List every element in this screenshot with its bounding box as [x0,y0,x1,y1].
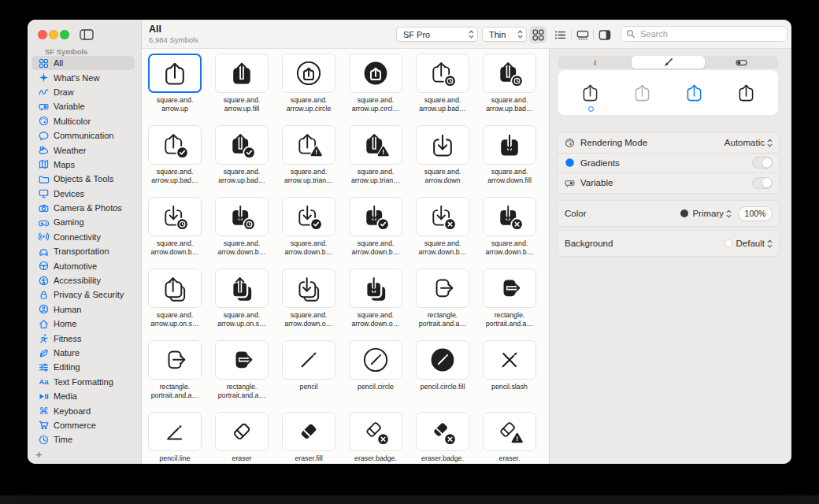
sidebar-item-what-s-new[interactable]: What's New [32,70,135,84]
variable-toggle[interactable] [752,177,773,189]
symbol-item: square.and.arrow.up.bad… [148,125,202,197]
sidebar-item-editing[interactable]: Editing [32,360,135,374]
sidebar-item-multicolor[interactable]: Multicolor [32,114,135,128]
symbol-cell-pencil-line[interactable] [148,412,202,451]
minimize-button[interactable] [49,30,58,39]
sidebar-item-keyboard[interactable]: ⌘Keyboard [32,403,135,417]
sidebar-item-nature[interactable]: Nature [32,346,135,360]
sidebar-toggle-icon[interactable] [80,29,94,40]
bubble-icon [37,131,50,141]
symbol-cell-sq-down-badge-x-fill[interactable] [483,197,536,236]
symbol-cell-sq-up-on-sq-fill[interactable] [215,269,269,308]
grid-view-button[interactable] [529,26,547,43]
sidebar-item-transportation[interactable]: Transportation [32,244,135,258]
symbol-cell-sq-up-badge-check-fill[interactable] [215,125,269,165]
sidebar-item-label: Variable [54,102,85,111]
sidebar-item-accessibility[interactable]: Accessibility [32,273,135,287]
sidebar-item-all[interactable]: All [32,56,135,70]
symbol-cell-sq-up[interactable] [148,54,202,93]
sidebar-item-privacy-security[interactable]: Privacy & Security [32,287,135,302]
symbol-cell-eraser-warn[interactable] [483,412,536,451]
sidebar-item-weather[interactable]: Weather [32,143,135,157]
color-select[interactable]: Primary [680,209,732,219]
symbol-cell-sq-down-badge-x[interactable] [416,197,469,236]
sidebar-item-maps[interactable]: Maps [32,158,135,172]
inspector-toggle-button[interactable] [596,26,613,43]
symbol-cell-sq-down-badge-check[interactable] [282,197,335,236]
symbol-cell-eraser-fill-badge-x[interactable] [416,412,469,451]
symbol-cell-sq-up-badge-clock[interactable] [416,54,469,93]
symbol-cell-sq-up-on-sq[interactable] [148,269,202,308]
symbol-cell-eraser-fill[interactable] [282,412,335,451]
symbol-cell-pencil[interactable] [282,340,335,380]
tab-animate[interactable] [705,56,778,69]
rendering-preview-option-3[interactable] [732,76,759,110]
symbol-cell-rect-right[interactable] [148,340,202,380]
person-icon [37,304,50,314]
sidebar-item-automotive[interactable]: Automotive [32,258,135,272]
rendering-preview-option-2[interactable] [680,76,707,110]
sidebar-item-camera-photos[interactable]: Camera & Photos [32,201,135,215]
symbol-cell-sq-down-badge-clock[interactable] [148,197,202,236]
symbol-cell-sq-up-warn[interactable] [282,125,335,165]
symbol-cell-sq-up-circle[interactable] [282,54,335,93]
gallery-view-button[interactable] [574,26,591,43]
symbol-cell-rect-right-fill[interactable] [483,269,536,308]
symbol-cell-sq-up-circle-fill[interactable] [349,54,402,93]
sidebar-item-connectivity[interactable]: Connectivity [32,230,135,244]
sidebar-item-commerce[interactable]: Commerce [32,418,135,432]
font-select[interactable]: SF Pro [396,27,478,42]
search-input[interactable] [639,28,782,39]
rendering-mode-row[interactable]: Rendering Mode Automatic [558,133,779,153]
symbol-cell-sq-down-badge-check-fill[interactable] [349,197,402,236]
symbol-cell-sq-down-badge-clock-fill[interactable] [215,197,269,236]
gradients-toggle[interactable] [752,157,773,169]
symbol-cell-pencil-slash[interactable] [483,340,536,380]
symbol-cell-sq-down-on-sq-fill[interactable] [349,269,402,308]
symbol-cell-sq-up-badge-check[interactable] [148,125,202,165]
sidebar-item-gaming[interactable]: Gaming [32,215,135,229]
rendering-mode-value[interactable]: Automatic [724,138,765,147]
close-button[interactable] [38,30,47,39]
rendering-preview-option-1[interactable] [629,76,656,110]
sq-up-on-sq-fill-icon [228,274,256,302]
sidebar-item-time[interactable]: Time [32,432,135,447]
sidebar-item-draw[interactable]: Draw [32,85,135,99]
zoom-button[interactable] [60,30,69,39]
symbol-cell-rect-right-fill[interactable] [215,340,269,380]
symbol-cell-pencil-circle-fill[interactable] [416,340,469,380]
search-field[interactable] [621,26,788,42]
rendering-preview-option-0[interactable] [577,76,604,110]
symbol-cell-sq-up-badge-clock-fill[interactable] [483,54,536,93]
sidebar-item-fitness[interactable]: Fitness [32,331,135,345]
symbol-cell-eraser-badge-x[interactable] [349,412,402,451]
sidebar-item-devices[interactable]: Devices [32,187,135,201]
tab-info[interactable]: i [558,56,632,69]
tab-rendering[interactable] [632,56,705,69]
symbol-cell-sq-up-warn-fill[interactable] [349,125,402,165]
symbol-cell-eraser[interactable] [215,412,269,451]
sidebar-item-variable[interactable]: Variable [32,99,135,113]
sidebar-item-media[interactable]: Media [32,389,135,403]
weight-select[interactable]: Thin [482,27,527,42]
sidebar-item-label: Editing [54,362,80,372]
symbol-cell-sq-down-on-sq[interactable] [282,269,335,308]
symbol-cell-sq-down[interactable] [416,125,469,165]
symbol-cell-rect-right[interactable] [416,269,469,308]
symbol-cell-sq-down-fill[interactable] [483,125,536,165]
sidebar-item-objects-tools[interactable]: Objects & Tools [32,172,135,186]
symbol-item: eraser [215,412,269,464]
color-percent-field[interactable]: 100% [738,206,773,221]
sf-symbols-window: SF Symbols AllWhat's NewDrawVariableMult… [28,20,791,464]
symbol-grid: square.and.arrow.upsquare.and.arrow.up.f… [148,54,536,464]
sidebar-item-home[interactable]: Home [32,317,135,331]
sidebar-item-label: Text Formatting [54,377,113,387]
sidebar-item-text-formatting[interactable]: AaText Formatting [32,375,135,389]
symbol-cell-sq-up-fill[interactable] [215,54,269,93]
add-collection-button[interactable]: + [35,447,43,461]
symbol-cell-pencil-circle[interactable] [349,340,402,380]
background-select[interactable]: Default [724,239,773,249]
sidebar-item-human[interactable]: Human [32,302,135,317]
sidebar-item-communication[interactable]: Communication [32,128,135,143]
list-view-button[interactable] [551,26,569,43]
